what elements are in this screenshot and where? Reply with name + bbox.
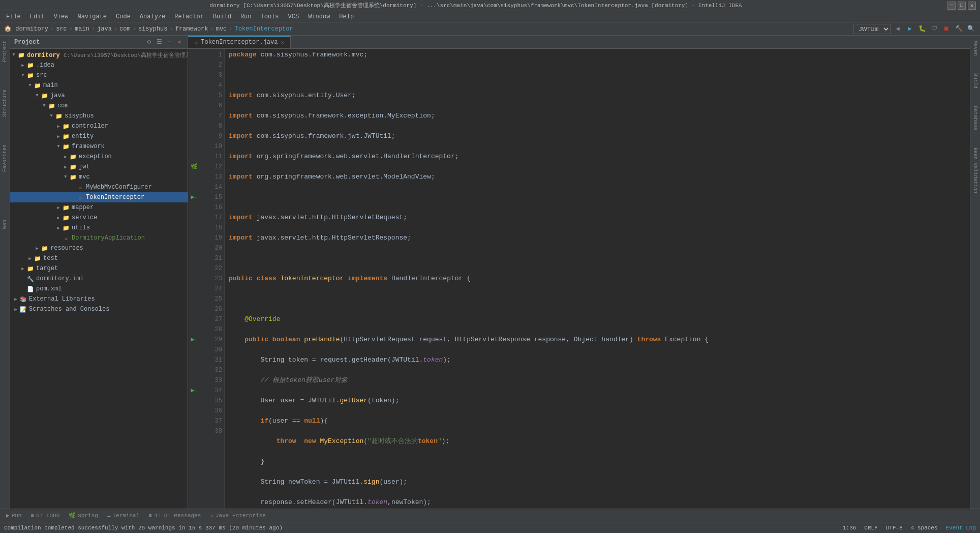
close-button[interactable]: ✕ (968, 2, 976, 10)
run-tool-button[interactable]: ▶ Run (2, 510, 25, 521)
menu-navigate[interactable]: Navigate (73, 12, 111, 21)
tree-arrow-service: ▶ (55, 215, 62, 221)
code-content[interactable]: package com.sisyphus.framework.mvc; impo… (225, 49, 970, 509)
build-button[interactable]: 🔨 (954, 24, 964, 34)
tree-arrow-idea: ▶ (19, 63, 26, 68)
tab-close-button[interactable]: ✕ (281, 39, 284, 46)
menu-view[interactable]: View (50, 12, 73, 21)
maximize-button[interactable]: □ (958, 2, 966, 10)
tab-bar: ☕ TokenInterceptor.java ✕ (188, 36, 970, 49)
tree-arrow-entity: ▶ (55, 134, 62, 139)
menu-window[interactable]: Window (304, 12, 334, 21)
tree-item-target[interactable]: ▶ 📁 target (10, 263, 188, 274)
breadcrumb-mvc[interactable]: mvc (216, 25, 227, 33)
left-tab-structure[interactable]: Structure (1, 86, 9, 120)
panel-close-icon[interactable]: ✕ (175, 38, 183, 46)
right-tab-maven[interactable]: Maven (971, 38, 979, 59)
breadcrumb-framework[interactable]: framework (175, 25, 208, 33)
folder-icon-scratches: 📝 (19, 305, 27, 313)
tree-item-com[interactable]: ▼ 📁 com (10, 101, 188, 111)
breadcrumb-tokeninterceptor[interactable]: TokenInterceptor (235, 25, 293, 33)
left-tab-favorites[interactable]: Favorites (1, 141, 9, 175)
tree-item-idea[interactable]: ▶ 📁 .idea (10, 60, 188, 70)
menu-vcs[interactable]: VCS (284, 12, 303, 21)
editor-tab-tokeninterceptor[interactable]: ☕ TokenInterceptor.java ✕ (188, 36, 291, 48)
menu-run[interactable]: Run (236, 12, 256, 21)
breadcrumb-com[interactable]: com (119, 25, 131, 33)
tree-item-dormitory[interactable]: ▼ 📁 dormitory C:\Users\13057\Desktop\高校学… (10, 50, 188, 60)
event-log[interactable]: Event Log (946, 525, 976, 531)
panel-collapse-icon[interactable]: − (165, 38, 173, 46)
minimize-button[interactable]: ─ (947, 2, 956, 10)
breadcrumb-main[interactable]: main (75, 25, 89, 33)
tree-item-mywebmvcconfigurer[interactable]: ▶ ☕ MyWebMvcConfigurer (10, 182, 188, 192)
menu-analyze[interactable]: Analyze (136, 12, 169, 21)
code-editor[interactable]: 🌿 ▶↓ ▶↓ (188, 49, 970, 509)
right-tab-build[interactable]: Build (971, 70, 979, 92)
line-ending[interactable]: CRLF (864, 525, 877, 531)
menu-help[interactable]: Help (335, 12, 358, 21)
tree-item-controller[interactable]: ▶ 📁 controller (10, 121, 188, 131)
tree-item-test[interactable]: ▶ 📁 test (10, 253, 188, 263)
tree-item-dormitoryapp[interactable]: ▶ ☕ DormitoryApplication (10, 233, 188, 243)
run-config-dropdown[interactable]: JWTUtil (853, 24, 891, 34)
run-back-button[interactable]: ◀ (893, 24, 903, 34)
tree-item-scratches[interactable]: ▶ 📝 Scratches and Consoles (10, 304, 188, 314)
breadcrumb-src[interactable]: src (56, 25, 67, 33)
folder-icon-resources: 📁 (41, 244, 49, 252)
code-line-14: @Override (229, 314, 966, 324)
tree-item-exception[interactable]: ▶ 📁 exception (10, 152, 188, 162)
menu-build[interactable]: Build (209, 12, 235, 21)
tree-item-src[interactable]: ▼ 📁 src (10, 70, 188, 80)
terminal-tool-button[interactable]: ▬ Terminal (103, 510, 143, 521)
code-line-11 (229, 253, 966, 263)
breadcrumb-dormitory[interactable]: 🏠 dormitory (4, 25, 48, 33)
tree-item-sisyphus[interactable]: ▼ 📁 sisyphus (10, 111, 188, 121)
breadcrumb-java[interactable]: java (97, 25, 112, 33)
run-coverage-button[interactable]: 🛡 (929, 24, 939, 34)
tree-item-java[interactable]: ▼ 📁 java (10, 91, 188, 101)
tree-item-service[interactable]: ▶ 📁 service (10, 213, 188, 223)
code-line-16: String token = request.getHeader(JWTUtil… (229, 355, 966, 365)
right-tab-bean-validation[interactable]: Bean Validation (971, 144, 979, 196)
title-bar-text: dormitory [C:\Users\13057\Desktop\高校学生宿舍… (4, 2, 947, 9)
folder-icon-main: 📁 (34, 81, 42, 90)
menu-tools[interactable]: Tools (257, 12, 283, 21)
panel-filter-icon[interactable]: ☰ (155, 38, 163, 46)
panel-settings-icon[interactable]: ⚙ (145, 38, 153, 46)
tree-item-mapper[interactable]: ▶ 📁 mapper (10, 202, 188, 213)
left-tab-project[interactable]: Project (1, 38, 9, 65)
run-button[interactable]: ▶ (905, 24, 915, 34)
todo-tool-button[interactable]: ≡ 6: TODO (26, 510, 64, 521)
stop-button[interactable]: ⏹ (941, 24, 952, 34)
tree-arrow-test: ▶ (26, 256, 34, 261)
indent-info[interactable]: 4 spaces (911, 525, 938, 531)
tree-item-entity[interactable]: ▶ 📁 entity (10, 131, 188, 141)
tree-item-external-libs[interactable]: ▶ 📚 External Libraries (10, 294, 188, 304)
breadcrumb-sisyphus[interactable]: sisyphus (138, 25, 168, 33)
folder-icon-src: 📁 (26, 71, 35, 79)
tree-item-utils[interactable]: ▶ 📁 utils (10, 223, 188, 233)
menu-refactor[interactable]: Refactor (170, 12, 208, 21)
tree-item-dormitory-iml[interactable]: ▶ 🔧 dormitory.iml (10, 274, 188, 284)
tree-item-main[interactable]: ▼ 📁 main (10, 80, 188, 91)
messages-tool-button[interactable]: ≡ 4: Q: Messages (144, 510, 205, 521)
status-message: Compilation completed successfully with … (4, 525, 283, 531)
tree-item-pom[interactable]: ▶ 📄 pom.xml (10, 284, 188, 294)
cursor-position[interactable]: 1:36 (843, 525, 856, 531)
menu-file[interactable]: File (2, 12, 25, 21)
left-tab-web[interactable]: Web (1, 217, 9, 232)
tree-item-jwt[interactable]: ▶ 📁 jwt (10, 162, 188, 172)
right-tab-database[interactable]: Database (971, 103, 979, 133)
tree-item-tokeninterceptor[interactable]: ▶ ☕ TokenInterceptor (10, 192, 188, 202)
menu-code[interactable]: Code (112, 12, 135, 21)
search-everywhere-button[interactable]: 🔍 (966, 24, 976, 34)
javaee-tool-button[interactable]: ☕ Java Enterprise (206, 510, 270, 521)
tree-item-resources[interactable]: ▶ 📁 resources (10, 243, 188, 253)
menu-edit[interactable]: Edit (26, 12, 49, 21)
encoding[interactable]: UTF-8 (886, 525, 903, 531)
spring-tool-button[interactable]: 🌿 Spring (65, 510, 102, 521)
tree-item-framework[interactable]: ▼ 📁 framework (10, 141, 188, 152)
debug-button[interactable]: 🐛 (917, 24, 927, 34)
tree-item-mvc[interactable]: ▼ 📁 mvc (10, 172, 188, 182)
